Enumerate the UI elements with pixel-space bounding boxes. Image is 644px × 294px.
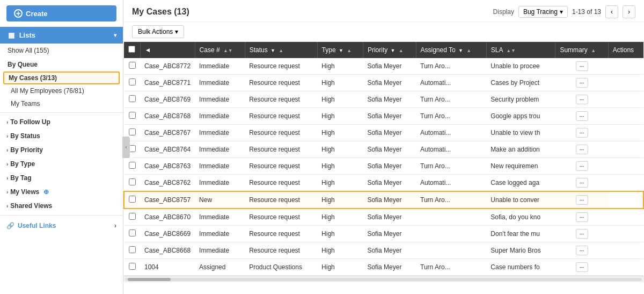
- row-actions-cell[interactable]: ···: [555, 158, 608, 175]
- row-checkbox-cell[interactable]: [124, 91, 140, 108]
- row-actions-cell[interactable]: ···: [555, 226, 608, 242]
- table-row[interactable]: Case_ABC8669 Immediate Resource request …: [124, 226, 643, 242]
- th-select-all[interactable]: [124, 42, 140, 58]
- row-checkbox-cell[interactable]: [124, 75, 140, 91]
- my-teams-item[interactable]: My Teams: [0, 97, 123, 110]
- row-actions-button[interactable]: ···: [576, 161, 588, 171]
- row-actions-cell[interactable]: ···: [555, 58, 608, 75]
- row-actions-cell[interactable]: ···: [555, 141, 608, 158]
- row-actions-button[interactable]: ···: [576, 178, 588, 188]
- row-actions-button[interactable]: ···: [576, 61, 588, 71]
- table-row[interactable]: Case_ABC8762 Immediate Resource request …: [124, 175, 643, 192]
- row-actions-button[interactable]: ···: [576, 78, 588, 88]
- th-case-number[interactable]: Case # ▲▼: [195, 42, 245, 58]
- row-actions-button[interactable]: ···: [576, 111, 588, 121]
- row-case-id[interactable]: 1004: [140, 259, 195, 276]
- row-checkbox-cell[interactable]: [124, 259, 140, 276]
- row-checkbox[interactable]: [129, 162, 136, 169]
- table-row[interactable]: Case_ABC8757 New Resource request High S…: [124, 191, 643, 209]
- th-type[interactable]: Type ▼ ▲: [317, 42, 363, 58]
- row-case-id[interactable]: Case_ABC8762: [140, 175, 195, 192]
- row-actions-cell[interactable]: ···: [555, 91, 608, 108]
- th-summary[interactable]: Summary ▲: [555, 42, 608, 58]
- row-checkbox[interactable]: [129, 230, 136, 236]
- th-status[interactable]: Status ▼ ▲: [245, 42, 317, 58]
- table-row[interactable]: Case_ABC8768 Immediate Resource request …: [124, 108, 643, 125]
- row-actions-button[interactable]: ···: [576, 95, 588, 104]
- pagination-next-button[interactable]: ›: [623, 5, 635, 18]
- shared-views-nav[interactable]: › Shared Views: [0, 199, 123, 213]
- row-checkbox[interactable]: [129, 62, 136, 69]
- all-employees-item[interactable]: All My Employees (76/81): [0, 84, 123, 97]
- display-select[interactable]: Bug Tracing ▾: [518, 6, 568, 18]
- row-checkbox[interactable]: [129, 178, 136, 185]
- row-actions-button[interactable]: ···: [576, 229, 588, 239]
- show-all-item[interactable]: Show All (155): [0, 44, 123, 58]
- row-actions-cell[interactable]: ···: [555, 242, 608, 259]
- row-checkbox[interactable]: [129, 246, 136, 253]
- table-row[interactable]: 1004 Assigned Product Questions High Sof…: [124, 259, 643, 276]
- row-actions-button[interactable]: ···: [576, 246, 588, 255]
- th-assigned-to[interactable]: Assigned To ▼ ▲: [416, 42, 486, 58]
- row-case-id[interactable]: Case_ABC8772: [140, 58, 195, 75]
- useful-links-item[interactable]: 🔗 Useful Links ›: [0, 218, 123, 234]
- th-back[interactable]: ◄: [140, 42, 195, 58]
- row-case-id[interactable]: Case_ABC8769: [140, 91, 195, 108]
- row-case-id[interactable]: Case_ABC8668: [140, 242, 195, 259]
- row-actions-button[interactable]: ···: [576, 212, 588, 222]
- my-cases-item[interactable]: My Cases (3/13): [3, 71, 120, 84]
- by-tag-nav[interactable]: › By Tag: [0, 171, 123, 185]
- row-actions-button[interactable]: ···: [576, 262, 588, 272]
- table-row[interactable]: Case_ABC8772 Immediate Resource request …: [124, 58, 643, 75]
- to-follow-up-nav[interactable]: › To Follow Up: [0, 115, 123, 129]
- sidebar-collapse-handle[interactable]: ‹: [122, 137, 130, 158]
- lists-section-header[interactable]: ▦ Lists ▾: [0, 27, 123, 44]
- bulk-actions-button[interactable]: Bulk Actions ▾: [132, 25, 184, 38]
- row-checkbox-cell[interactable]: [124, 209, 140, 226]
- table-row[interactable]: Case_ABC8670 Immediate Resource request …: [124, 209, 643, 226]
- th-priority[interactable]: Priority ▼ ▲: [363, 42, 416, 58]
- row-actions-cell[interactable]: ···: [555, 191, 608, 209]
- row-actions-cell[interactable]: ···: [555, 259, 608, 276]
- row-checkbox-cell[interactable]: [124, 158, 140, 175]
- row-actions-cell[interactable]: ···: [555, 75, 608, 91]
- table-row[interactable]: Case_ABC8763 Immediate Resource request …: [124, 158, 643, 175]
- row-checkbox-cell[interactable]: [124, 175, 140, 192]
- row-actions-cell[interactable]: ···: [555, 125, 608, 141]
- row-checkbox-cell[interactable]: [124, 108, 140, 125]
- row-case-id[interactable]: Case_ABC8768: [140, 108, 195, 125]
- row-checkbox[interactable]: [129, 95, 136, 102]
- row-checkbox-cell[interactable]: [124, 191, 140, 209]
- row-checkbox-cell[interactable]: [124, 242, 140, 259]
- my-views-add-icon[interactable]: ⊕: [43, 188, 49, 196]
- table-row[interactable]: Case_ABC8771 Immediate Resource request …: [124, 75, 643, 91]
- cases-table-container[interactable]: ◄ Case # ▲▼ Status ▼ ▲ Type ▼ ▲ Priority…: [123, 42, 644, 294]
- table-row[interactable]: Case_ABC8767 Immediate Resource request …: [124, 125, 643, 141]
- my-views-nav[interactable]: › My Views ⊕: [0, 185, 123, 199]
- th-sla[interactable]: SLA ▲▼: [486, 42, 555, 58]
- table-row[interactable]: Case_ABC8764 Immediate Resource request …: [124, 141, 643, 158]
- row-checkbox[interactable]: [129, 78, 136, 85]
- create-button[interactable]: + Create: [6, 5, 116, 21]
- row-actions-cell[interactable]: ···: [555, 108, 608, 125]
- horizontal-scrollbar[interactable]: [123, 276, 644, 282]
- row-checkbox[interactable]: [129, 263, 136, 270]
- row-case-id[interactable]: Case_ABC8669: [140, 226, 195, 242]
- by-type-nav[interactable]: › By Type: [0, 157, 123, 171]
- table-row[interactable]: Case_ABC8668 Immediate Resource request …: [124, 242, 643, 259]
- row-case-id[interactable]: Case_ABC8764: [140, 141, 195, 158]
- pagination-prev-button[interactable]: ‹: [605, 5, 618, 18]
- by-status-nav[interactable]: › By Status: [0, 129, 123, 143]
- table-row[interactable]: Case_ABC8769 Immediate Resource request …: [124, 91, 643, 108]
- row-checkbox[interactable]: [129, 196, 136, 203]
- row-case-id[interactable]: Case_ABC8763: [140, 158, 195, 175]
- scroll-thumb[interactable]: [128, 278, 171, 281]
- row-actions-cell[interactable]: ···: [555, 175, 608, 192]
- row-case-id[interactable]: Case_ABC8767: [140, 125, 195, 141]
- row-case-id[interactable]: Case_ABC8757: [140, 191, 195, 209]
- row-checkbox[interactable]: [129, 128, 136, 135]
- row-checkbox-cell[interactable]: [124, 226, 140, 242]
- row-case-id[interactable]: Case_ABC8670: [140, 209, 195, 226]
- row-checkbox-cell[interactable]: [124, 58, 140, 75]
- row-actions-cell[interactable]: ···: [555, 209, 608, 226]
